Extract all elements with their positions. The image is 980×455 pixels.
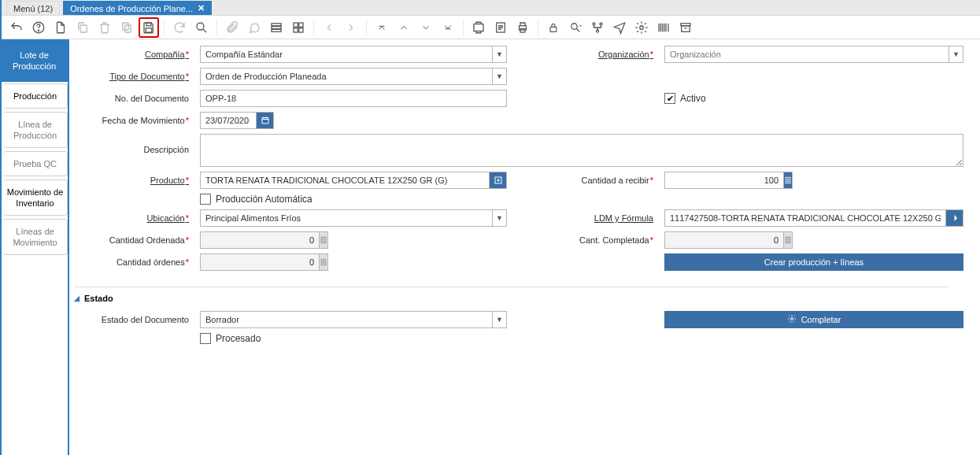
print-preview-icon[interactable]	[490, 17, 511, 38]
field-cantrecibir[interactable]	[664, 172, 784, 189]
svg-rect-9	[272, 26, 281, 28]
prev-icon	[319, 17, 339, 38]
label-producto[interactable]: Producto*	[74, 176, 192, 185]
calc-icon	[784, 231, 793, 249]
vtab-lineas-movimiento[interactable]: Líneas de Movimiento	[3, 219, 68, 255]
new-icon[interactable]	[50, 17, 71, 38]
field-cantordenes[interactable]	[200, 253, 320, 271]
help-icon[interactable]	[28, 17, 49, 38]
label-cantcomp: Cant. Completada*	[515, 235, 656, 245]
rows-icon[interactable]	[266, 17, 287, 38]
field-cantcomp[interactable]	[664, 231, 784, 249]
save-icon[interactable]	[139, 17, 159, 38]
form-content: Compañía* ▼ Organización* ▼ Tipo de Docu…	[69, 39, 980, 455]
svg-rect-10	[272, 29, 281, 31]
vtab-produccion[interactable]: Producción	[3, 83, 68, 109]
report-icon[interactable]	[468, 17, 489, 38]
attach-icon	[222, 17, 242, 38]
svg-rect-5	[146, 23, 151, 26]
collapse-icon[interactable]: ◢	[74, 294, 80, 302]
field-compania[interactable]	[200, 46, 493, 63]
workflow-icon[interactable]	[587, 17, 608, 38]
vtab-linea-produccion[interactable]: Línea de Producción	[3, 112, 68, 148]
checkbox-procesado[interactable]	[200, 333, 211, 344]
label-tipodoc[interactable]: Tipo de Documento*	[74, 72, 192, 81]
svg-rect-4	[125, 25, 131, 32]
calendar-icon[interactable]	[257, 112, 274, 129]
label-descripcion: Descripción	[74, 134, 192, 154]
assist-icon[interactable]	[946, 209, 963, 227]
section-estado-title: Estado	[84, 294, 113, 303]
checkbox-procesado-wrap[interactable]: Procesado	[200, 333, 507, 344]
svg-rect-27	[262, 118, 268, 124]
chevron-down-icon[interactable]: ▼	[949, 46, 963, 63]
tab-menu-label: Menú (12)	[13, 4, 53, 13]
tab-menu[interactable]: Menú (12)	[6, 1, 60, 15]
close-icon[interactable]: ✕	[198, 3, 205, 13]
svg-rect-15	[474, 24, 483, 31]
svg-rect-14	[299, 28, 303, 31]
label-organizacion[interactable]: Organización*	[515, 50, 656, 59]
send-icon[interactable]	[609, 17, 630, 38]
gear-icon[interactable]	[631, 17, 652, 38]
crear-produccion-label: Crear producción + líneas	[764, 257, 864, 267]
copy-icon	[72, 17, 93, 38]
chevron-down-icon[interactable]: ▼	[493, 311, 507, 328]
label-cantord: Cantidad Ordenada*	[74, 235, 192, 245]
calc-icon[interactable]	[784, 172, 793, 189]
crear-produccion-button[interactable]: Crear producción + líneas	[664, 253, 963, 271]
barcode-icon[interactable]	[653, 17, 674, 38]
svg-rect-11	[294, 23, 298, 27]
checkbox-activo[interactable]	[664, 93, 675, 104]
field-fechamov[interactable]	[200, 112, 257, 129]
field-organizacion[interactable]	[664, 46, 949, 63]
print-icon[interactable]	[512, 17, 533, 38]
checkbox-activo-wrap[interactable]: Activo	[664, 93, 963, 104]
completar-label: Completar	[801, 315, 841, 324]
vtab-movimiento-inventario[interactable]: Movimiento de Inventario	[3, 179, 68, 216]
svg-rect-13	[294, 28, 298, 31]
label-cantordenes: Cantidad órdenes*	[74, 257, 192, 267]
chevron-down-icon[interactable]: ▼	[493, 46, 507, 63]
field-producto[interactable]	[200, 172, 490, 189]
field-estado-doc[interactable]	[200, 311, 493, 328]
undo-icon[interactable]	[6, 17, 27, 38]
vtab-prueba-qc[interactable]: Prueba QC	[3, 151, 68, 176]
lookup-icon[interactable]	[490, 172, 507, 189]
grid-icon[interactable]	[288, 17, 309, 38]
svg-point-1	[38, 30, 39, 31]
label-numdoc: No. del Documento	[74, 94, 192, 103]
vtab-label: Prueba QC	[13, 159, 57, 168]
label-ubicacion[interactable]: Ubicación*	[74, 213, 192, 223]
completar-button[interactable]: Completar	[664, 311, 963, 328]
lock-icon[interactable]	[543, 17, 564, 38]
field-numdoc[interactable]	[200, 90, 507, 107]
label-compania[interactable]: Compañía*	[74, 50, 192, 59]
up-icon[interactable]	[394, 17, 414, 38]
chevron-down-icon[interactable]: ▼	[493, 68, 507, 85]
gear-icon	[787, 314, 797, 325]
down-icon[interactable]	[416, 17, 436, 38]
field-tipodoc[interactable]	[200, 68, 493, 85]
archive-icon[interactable]	[675, 17, 696, 38]
calc-icon	[320, 231, 328, 249]
vtab-header-label: Lote de Producción	[13, 50, 56, 71]
chevron-down-icon[interactable]: ▼	[493, 209, 507, 227]
toolbar	[2, 16, 980, 39]
delete-icon	[94, 17, 115, 38]
field-ldm[interactable]	[664, 209, 946, 227]
zoom-across-icon[interactable]	[565, 17, 586, 38]
vtab-label: Línea de Producción	[13, 120, 57, 140]
label-estado-doc: Estado del Documento	[74, 315, 192, 324]
checkbox-prodauto[interactable]	[200, 194, 211, 205]
field-descripcion[interactable]	[200, 134, 963, 167]
checkbox-prodauto-wrap[interactable]: Producción Automática	[200, 194, 507, 205]
first-icon[interactable]	[372, 17, 392, 38]
chat-icon	[244, 17, 264, 38]
field-ubicacion[interactable]	[200, 209, 493, 227]
label-ldm[interactable]: LDM y Fórmula	[515, 213, 656, 223]
field-cantord[interactable]	[200, 231, 320, 249]
search-icon[interactable]	[191, 17, 212, 38]
tab-orders[interactable]: Ordenes de Producción Plane... ✕	[63, 1, 212, 15]
last-icon[interactable]	[438, 17, 458, 38]
